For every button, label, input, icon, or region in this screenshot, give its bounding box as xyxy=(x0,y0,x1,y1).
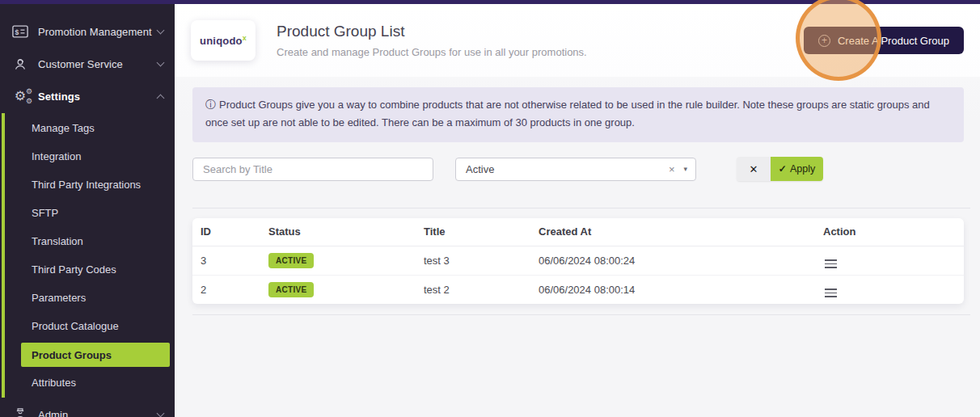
sidebar-item-attributes[interactable]: Attributes xyxy=(21,369,170,397)
logo-text: uniqodo xyxy=(200,35,243,47)
cell-id: 3 xyxy=(192,246,260,275)
search-input[interactable] xyxy=(192,158,433,181)
sidebar-item-manage-tags[interactable]: Manage Tags xyxy=(21,114,170,142)
page-title: Product Group List xyxy=(277,23,587,40)
plus-icon: + xyxy=(818,35,830,47)
sidebar-item-product-groups[interactable]: Product Groups xyxy=(21,343,170,367)
sidebar-item-parameters[interactable]: Parameters xyxy=(21,284,170,312)
create-product-group-button[interactable]: + Create A Product Group xyxy=(804,27,964,54)
gear-icon: ⚙ xyxy=(26,98,32,105)
column-header-created-at: Created At xyxy=(530,218,815,246)
apply-button-label: Apply xyxy=(790,163,815,175)
divider xyxy=(192,208,970,208)
filter-row: Active × ▾ ✕ ✓ Apply xyxy=(192,157,964,181)
sidebar-item-sftp[interactable]: SFTP xyxy=(21,199,170,227)
page-header: uniqodox Product Group List Create and m… xyxy=(175,4,980,77)
info-banner: ⓘProduct Groups give you a way to combin… xyxy=(192,87,964,142)
cell-created-at: 06/06/2024 08:00:24 xyxy=(530,246,815,275)
table-row: 3 ACTIVE test 3 06/06/2024 08:00:24 xyxy=(192,246,964,275)
check-icon: ✓ xyxy=(779,163,787,175)
status-filter-value: Active xyxy=(466,163,669,175)
uniqodo-logo: uniqodox xyxy=(200,34,247,47)
sidebar-item-third-party-integrations[interactable]: Third Party Integrations xyxy=(21,171,170,199)
sidebar-item-promotion-management[interactable]: $ Promotion Management xyxy=(0,15,175,48)
info-icon: ⓘ xyxy=(205,99,216,111)
chevron-down-icon xyxy=(157,59,165,67)
sidebar-item-settings[interactable]: ⚙ ⚙ ⚙ Settings xyxy=(0,80,175,112)
table-header-row: ID Status Title Created At Action xyxy=(192,218,964,246)
sidebar-item-label: Admin xyxy=(38,409,158,417)
sidebar: $ Promotion Management Customer Service … xyxy=(0,4,175,417)
cell-created-at: 06/06/2024 08:00:14 xyxy=(530,275,815,304)
column-header-action: Action xyxy=(815,218,964,246)
info-banner-text: Product Groups give you a way to combine… xyxy=(205,99,930,128)
sidebar-item-product-catalogue[interactable]: Product Catalogue xyxy=(21,312,170,340)
admin-icon xyxy=(10,406,31,417)
settings-submenu: Manage Tags Integration Third Party Inte… xyxy=(2,113,175,398)
status-badge: ACTIVE xyxy=(268,282,314,297)
main-content: uniqodox Product Group List Create and m… xyxy=(175,4,980,417)
sidebar-item-admin[interactable]: Admin xyxy=(0,398,175,417)
create-button-label: Create A Product Group xyxy=(838,35,949,47)
divider xyxy=(192,314,970,315)
sidebar-item-third-party-codes[interactable]: Third Party Codes xyxy=(21,255,170,284)
status-badge: ACTIVE xyxy=(268,253,314,268)
filter-actions: ✕ ✓ Apply xyxy=(737,157,823,181)
cell-title: test 3 xyxy=(416,246,530,275)
sidebar-item-label: Settings xyxy=(38,91,158,103)
select-clear-icon[interactable]: × xyxy=(669,164,675,175)
logo-mark: x xyxy=(243,34,247,42)
chevron-down-icon: ▾ xyxy=(683,166,687,173)
svg-text:$: $ xyxy=(15,28,19,36)
column-header-status: Status xyxy=(260,218,416,246)
row-actions-menu-icon[interactable] xyxy=(823,287,838,299)
column-header-title: Title xyxy=(416,218,530,246)
chevron-up-icon xyxy=(157,94,165,102)
sidebar-item-label: Customer Service xyxy=(38,58,158,70)
gear-icon: ⚙ xyxy=(26,88,32,95)
gear-icon: ⚙ xyxy=(15,90,26,103)
row-actions-menu-icon[interactable] xyxy=(823,258,838,270)
promotion-management-icon: $ xyxy=(10,23,31,40)
close-icon: ✕ xyxy=(750,163,758,175)
sidebar-item-label: Promotion Management xyxy=(38,26,158,38)
product-group-table: ID Status Title Created At Action 3 ACTI… xyxy=(192,218,964,304)
apply-filters-button[interactable]: ✓ Apply xyxy=(771,157,823,181)
page-subtitle: Create and manage Product Groups for use… xyxy=(277,46,587,58)
sidebar-item-translation[interactable]: Translation xyxy=(21,227,170,255)
clear-filters-button[interactable]: ✕ xyxy=(737,157,771,181)
settings-gears-icon: ⚙ ⚙ ⚙ xyxy=(10,90,31,103)
table-row: 2 ACTIVE test 2 06/06/2024 08:00:14 xyxy=(192,275,964,304)
cell-id: 2 xyxy=(192,275,260,304)
page-titles: Product Group List Create and manage Pro… xyxy=(277,23,587,58)
chevron-down-icon xyxy=(157,27,165,35)
sidebar-item-customer-service[interactable]: Customer Service xyxy=(0,48,175,80)
customer-service-icon xyxy=(10,55,31,73)
app-window: $ Promotion Management Customer Service … xyxy=(0,0,980,417)
top-brand-strip xyxy=(0,0,980,4)
chevron-down-icon xyxy=(157,410,165,417)
brand-logo-card: uniqodox xyxy=(191,20,256,61)
column-header-id: ID xyxy=(192,218,260,246)
sidebar-item-integration[interactable]: Integration xyxy=(21,142,170,171)
status-filter-select[interactable]: Active × ▾ xyxy=(455,158,696,181)
cell-title: test 2 xyxy=(416,275,530,304)
